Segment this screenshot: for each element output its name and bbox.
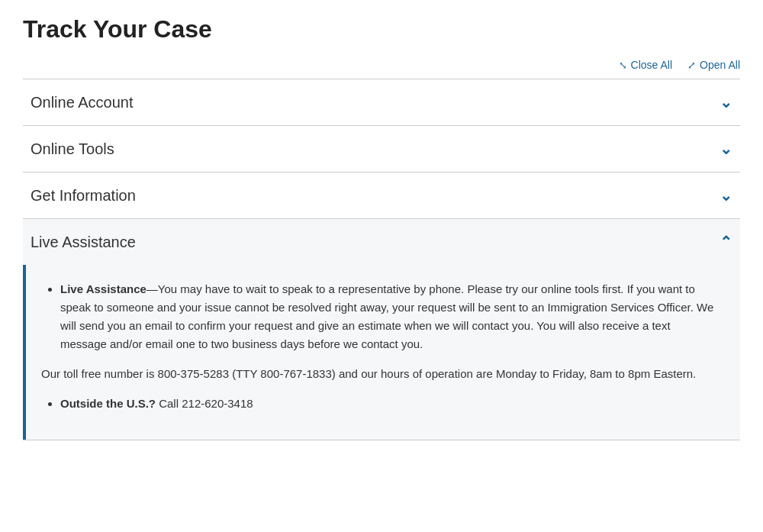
- compress-icon: ⤡: [619, 60, 627, 71]
- page-title: Track Your Case: [23, 15, 740, 44]
- accordion-online-tools: Online Tools ⌄: [23, 126, 740, 172]
- chevron-down-icon-get-information: ⌄: [720, 186, 732, 205]
- accordion-online-account: Online Account ⌄: [23, 79, 740, 126]
- open-all-button[interactable]: ⤢ Open All: [687, 59, 740, 71]
- live-assistance-content: Live Assistance—You may have to wait to …: [23, 265, 740, 440]
- outside-us-text: Call 212-620-3418: [156, 397, 253, 410]
- live-assistance-bullet-1: Live Assistance—You may have to wait to …: [60, 280, 717, 353]
- close-all-button[interactable]: ⤡ Close All: [619, 59, 672, 71]
- chevron-down-icon-online-account: ⌄: [720, 93, 732, 111]
- chevron-down-icon-online-tools: ⌄: [720, 140, 732, 158]
- accordion-header-online-account[interactable]: Online Account ⌄: [23, 79, 740, 125]
- accordion-header-get-information[interactable]: Get Information ⌄: [23, 172, 740, 218]
- live-assistance-text: —You may have to wait to speak to a repr…: [60, 282, 713, 350]
- accordion-title-live-assistance: Live Assistance: [31, 234, 136, 251]
- outside-us-bold: Outside the U.S.?: [60, 397, 156, 410]
- live-assistance-bold-label: Live Assistance: [60, 282, 146, 295]
- accordion-title-get-information: Get Information: [31, 187, 136, 205]
- live-assistance-bullet-2: Outside the U.S.? Call 212-620-3418: [60, 395, 717, 413]
- accordion-title-online-account: Online Account: [31, 94, 134, 111]
- accordion-header-online-tools[interactable]: Online Tools ⌄: [23, 126, 740, 172]
- live-assistance-list: Live Assistance—You may have to wait to …: [41, 280, 717, 353]
- accordion-header-live-assistance[interactable]: Live Assistance ⌃: [23, 219, 740, 265]
- expand-icon: ⤢: [687, 60, 696, 71]
- accordion-get-information: Get Information ⌄: [23, 172, 740, 219]
- accordion-title-online-tools: Online Tools: [31, 140, 114, 158]
- accordion-controls: ⤡ Close All ⤢ Open All: [23, 59, 740, 79]
- accordion-live-assistance: Live Assistance ⌃ Live Assistance—You ma…: [23, 219, 740, 440]
- chevron-up-icon-live-assistance: ⌃: [720, 233, 732, 251]
- live-assistance-list-2: Outside the U.S.? Call 212-620-3418: [41, 395, 717, 413]
- live-assistance-paragraph: Our toll free number is 800-375-5283 (TT…: [41, 365, 717, 383]
